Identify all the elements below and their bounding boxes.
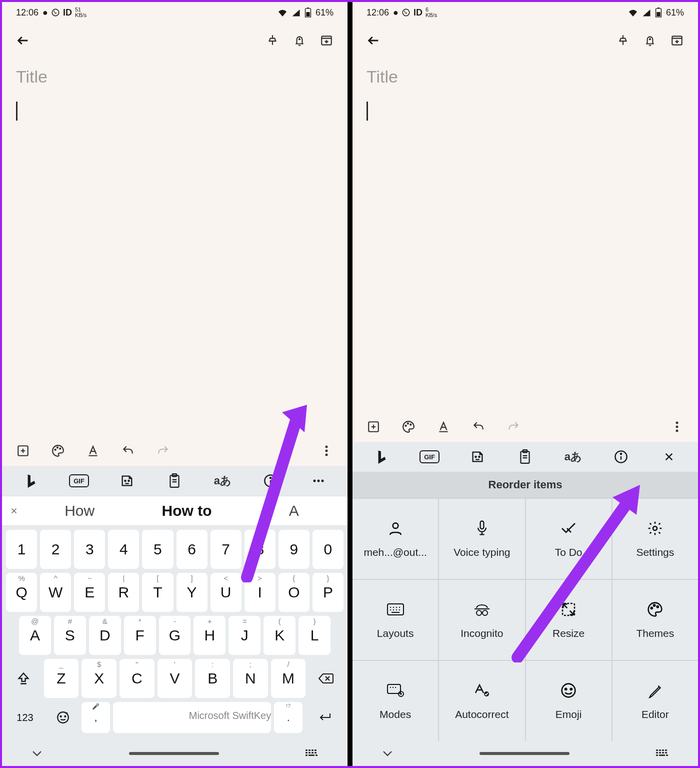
palette-button[interactable] (48, 441, 68, 461)
more-button[interactable] (316, 441, 336, 461)
key-r[interactable]: |R (108, 573, 139, 612)
key-v[interactable]: 'V (158, 659, 192, 698)
nav-keyboard-icon[interactable] (306, 749, 318, 757)
emoji-key[interactable] (47, 702, 78, 733)
nav-collapse-icon[interactable] (32, 750, 42, 756)
key-1[interactable]: 1 (6, 530, 37, 569)
key-i[interactable]: >I (244, 573, 276, 612)
undo-button[interactable] (118, 441, 138, 461)
title-input[interactable]: Title (16, 67, 334, 87)
key-j[interactable]: =J (228, 616, 260, 655)
tile-to-do[interactable]: To Do (526, 499, 612, 579)
text-format-button[interactable] (83, 441, 103, 461)
key-m[interactable]: /M (271, 659, 306, 698)
key-a[interactable]: @A (19, 616, 51, 655)
tile-voice-typing[interactable]: Voice typing (439, 499, 524, 579)
note-body[interactable]: Title (352, 58, 698, 412)
key-0[interactable]: 0 (312, 530, 344, 569)
sticker-button[interactable] (117, 471, 137, 491)
key-p[interactable]: }P (312, 573, 344, 612)
space-key[interactable]: Microsoft SwiftKey (113, 702, 271, 733)
archive-button[interactable] (667, 31, 687, 51)
undo-button[interactable] (468, 417, 488, 437)
tile-autocorrect[interactable]: Autocorrect (439, 661, 524, 741)
shift-key[interactable] (6, 659, 41, 698)
key-t[interactable]: [T (142, 573, 173, 612)
key-f[interactable]: *F (124, 616, 156, 655)
redo-button[interactable] (504, 417, 524, 437)
key-q[interactable]: %Q (6, 573, 37, 612)
reminder-button[interactable] (290, 31, 310, 51)
key-g[interactable]: -G (159, 616, 191, 655)
back-button[interactable] (13, 31, 33, 51)
tile-meh-out-[interactable]: meh...@out... (352, 499, 438, 579)
key-s[interactable]: #S (54, 616, 86, 655)
dismiss-suggestion[interactable] (2, 506, 26, 515)
key-9[interactable]: 9 (278, 530, 310, 569)
gif-button[interactable]: GIF (420, 447, 440, 467)
more-button[interactable] (667, 417, 687, 437)
nav-keyboard-icon[interactable] (656, 749, 668, 757)
suggestion-3[interactable]: A (240, 502, 348, 519)
key-e[interactable]: ~E (74, 573, 105, 612)
key-d[interactable]: &D (89, 616, 121, 655)
key-c[interactable]: "C (120, 659, 154, 698)
suggestion-1[interactable]: How (26, 502, 133, 519)
enter-key[interactable] (306, 702, 344, 733)
bing-icon[interactable] (21, 471, 41, 491)
key-3[interactable]: 3 (74, 530, 105, 569)
nav-collapse-icon[interactable] (382, 750, 392, 756)
key-b[interactable]: :B (195, 659, 230, 698)
translate-button[interactable]: aあ (563, 447, 583, 467)
tile-settings[interactable]: Settings (612, 499, 698, 579)
tile-themes[interactable]: Themes (612, 580, 698, 660)
close-toolbar-button[interactable] (659, 447, 679, 467)
period-key[interactable]: !?. (274, 702, 302, 733)
tile-layouts[interactable]: Layouts (352, 580, 438, 660)
add-button[interactable] (364, 417, 384, 437)
key-w[interactable]: ^W (40, 573, 71, 612)
key-x[interactable]: $X (82, 659, 116, 698)
key-z[interactable]: _Z (44, 659, 79, 698)
nav-pill[interactable] (480, 752, 570, 755)
info-button[interactable] (611, 447, 631, 467)
backspace-key[interactable] (308, 659, 344, 698)
archive-button[interactable] (316, 31, 336, 51)
tile-modes[interactable]: Modes (352, 661, 438, 741)
key-n[interactable]: ;N (233, 659, 268, 698)
key-2[interactable]: 2 (40, 530, 71, 569)
key-y[interactable]: ]Y (176, 573, 208, 612)
gif-button[interactable]: GIF (69, 471, 89, 491)
redo-button[interactable] (153, 441, 173, 461)
text-format-button[interactable] (434, 417, 454, 437)
key-u[interactable]: <U (210, 573, 242, 612)
clipboard-button[interactable] (164, 471, 184, 491)
suggestion-2[interactable]: How to (133, 502, 240, 519)
tile-emoji[interactable]: Emoji (526, 661, 612, 741)
tile-resize[interactable]: Resize (526, 580, 612, 660)
key-k[interactable]: (K (264, 616, 296, 655)
tile-editor[interactable]: Editor (612, 661, 698, 741)
key-5[interactable]: 5 (142, 530, 173, 569)
more-toolbar-button[interactable] (308, 471, 328, 491)
note-body[interactable]: Title (2, 58, 348, 436)
add-button[interactable] (13, 441, 33, 461)
title-input[interactable]: Title (366, 67, 684, 87)
key-h[interactable]: +H (194, 616, 226, 655)
key-o[interactable]: {O (278, 573, 310, 612)
comma-key[interactable]: 🎤, (82, 702, 110, 733)
nav-pill[interactable] (129, 752, 219, 755)
info-button[interactable] (260, 471, 280, 491)
back-button[interactable] (364, 31, 384, 51)
palette-button[interactable] (398, 417, 418, 437)
reminder-button[interactable] (640, 31, 660, 51)
pin-button[interactable] (262, 31, 282, 51)
sticker-button[interactable] (468, 447, 488, 467)
clipboard-button[interactable] (515, 447, 535, 467)
key-7[interactable]: 7 (210, 530, 242, 569)
pin-button[interactable] (613, 31, 633, 51)
key-6[interactable]: 6 (176, 530, 208, 569)
translate-button[interactable]: aあ (212, 471, 232, 491)
bing-icon[interactable] (372, 447, 392, 467)
key-8[interactable]: 8 (244, 530, 276, 569)
